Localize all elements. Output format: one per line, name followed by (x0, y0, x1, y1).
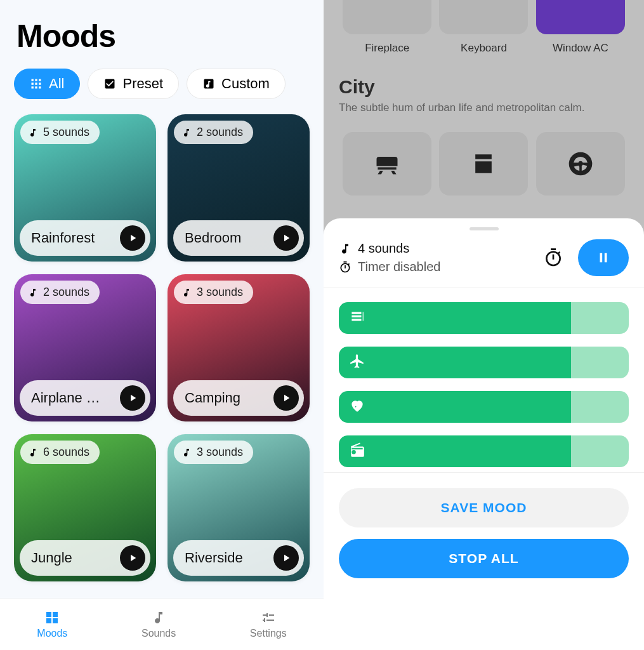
filter-preset[interactable]: Preset (88, 69, 179, 99)
card-title-bar: Jungle (20, 540, 150, 576)
play-button[interactable] (120, 545, 145, 571)
mood-card[interactable]: 3 sounds Camping (168, 274, 310, 421)
stack-icon (349, 308, 365, 328)
pause-icon (596, 251, 610, 265)
mood-name: Riverside (185, 550, 243, 566)
sounds-count-row: 4 sounds (339, 241, 440, 256)
sounds-screen: Fireplace Keyboard Window AC City The su… (324, 0, 644, 650)
sliders-icon (261, 610, 276, 625)
note-icon (28, 128, 38, 138)
sounds-count: 6 sounds (43, 446, 89, 459)
slider-fill (339, 347, 571, 378)
mood-card[interactable]: 2 sounds Bedroom (168, 114, 310, 262)
volume-sliders (324, 288, 644, 473)
slider-fill (339, 435, 571, 467)
card-title-bar: Rainforest (20, 220, 150, 256)
timer-button[interactable] (540, 244, 567, 271)
sounds-count: 2 sounds (43, 286, 89, 299)
note-icon (181, 288, 192, 298)
sounds-count: 4 sounds (358, 241, 409, 256)
nav-label: Sounds (141, 628, 176, 639)
sounds-count: 3 sounds (197, 286, 243, 299)
mood-card[interactable]: 2 sounds Airplane … (14, 274, 156, 421)
nav-settings[interactable]: Settings (250, 610, 287, 639)
slider-fill (339, 302, 571, 334)
stop-all-button[interactable]: STOP ALL (339, 539, 629, 578)
volume-slider[interactable] (339, 435, 629, 467)
filter-custom[interactable]: Custom (187, 69, 286, 99)
mood-card[interactable]: 5 sounds Rainforest (14, 114, 156, 262)
mood-card[interactable]: 6 sounds Jungle (14, 434, 156, 581)
note-icon (181, 128, 192, 138)
play-button[interactable] (273, 545, 299, 571)
mood-name: Airplane … (31, 390, 100, 406)
mood-name: Jungle (31, 550, 72, 566)
mood-name: Bedroom (185, 230, 241, 246)
grid-icon (30, 77, 43, 90)
nav-sounds[interactable]: Sounds (141, 610, 176, 639)
stopwatch-icon (339, 261, 352, 274)
filter-row: All Preset Custom (0, 63, 324, 109)
sounds-badge: 2 sounds (174, 121, 253, 144)
sounds-badge: 3 sounds (174, 441, 253, 464)
button-label: STOP ALL (449, 551, 518, 566)
check-box-icon (103, 77, 116, 90)
card-title-bar: Airplane … (20, 380, 150, 416)
card-title-bar: Camping (173, 380, 304, 416)
pause-button[interactable] (578, 239, 629, 276)
sheet-handle[interactable] (470, 227, 499, 230)
mood-name: Rainforest (31, 230, 95, 246)
moods-screen: Moods All Preset Custom 5 sounds Rainfor… (0, 0, 324, 650)
card-title-bar: Bedroom (173, 220, 304, 256)
note-icon (28, 448, 38, 458)
sounds-badge: 3 sounds (174, 281, 253, 304)
heart-icon (349, 397, 365, 416)
volume-slider[interactable] (339, 347, 629, 378)
sounds-badge: 5 sounds (20, 121, 100, 144)
sheet-meta: 4 sounds Timer disabled (339, 241, 440, 274)
nav-moods[interactable]: Moods (37, 610, 67, 639)
note-icon (28, 288, 38, 298)
play-button[interactable] (273, 225, 299, 251)
play-button[interactable] (120, 225, 145, 251)
sheet-actions (540, 239, 629, 276)
stopwatch-icon (543, 248, 563, 268)
volume-slider[interactable] (339, 302, 629, 334)
card-title-bar: Riverside (173, 540, 304, 576)
nav-label: Settings (250, 628, 287, 639)
nav-label: Moods (37, 628, 67, 639)
grid-large-icon (44, 610, 60, 625)
play-icon (127, 232, 138, 244)
filter-label: All (49, 76, 64, 92)
sounds-badge: 6 sounds (20, 441, 100, 464)
sounds-badge: 2 sounds (20, 281, 100, 304)
save-mood-button[interactable]: SAVE MOOD (339, 488, 629, 527)
mood-name: Camping (185, 390, 240, 406)
sounds-count: 5 sounds (43, 126, 89, 139)
play-button[interactable] (120, 385, 145, 411)
button-label: SAVE MOOD (441, 500, 527, 515)
play-button[interactable] (273, 385, 299, 411)
timer-status-row: Timer disabled (339, 260, 440, 274)
play-icon (280, 232, 292, 244)
note-box-icon (202, 77, 215, 90)
plane-icon (349, 353, 365, 372)
moods-grid: 5 sounds Rainforest 2 sounds Bedroom 2 s… (0, 109, 324, 598)
volume-slider[interactable] (339, 391, 629, 423)
filter-label: Custom (221, 76, 270, 92)
play-icon (280, 552, 292, 564)
note-icon (181, 448, 192, 458)
slider-fill (339, 391, 571, 423)
play-icon (280, 392, 292, 404)
play-icon (127, 552, 138, 564)
sheet-header: 4 sounds Timer disabled (324, 239, 644, 288)
filter-label: Preset (122, 76, 163, 92)
filter-all[interactable]: All (14, 69, 80, 99)
note-icon (339, 242, 352, 255)
mood-card[interactable]: 3 sounds Riverside (168, 434, 310, 581)
sounds-count: 2 sounds (197, 126, 243, 139)
play-icon (127, 392, 138, 404)
radio-icon (349, 442, 365, 461)
bottom-nav: Moods Sounds Settings (0, 598, 324, 650)
timer-status: Timer disabled (358, 260, 440, 274)
